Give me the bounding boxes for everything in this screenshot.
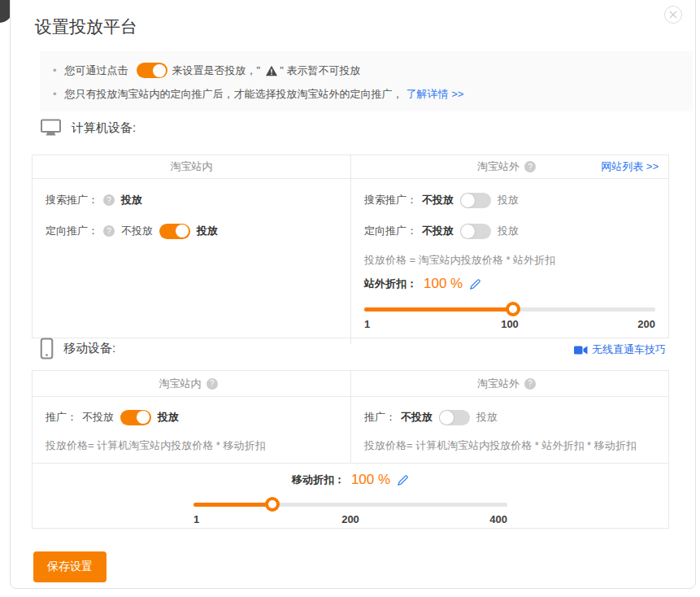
edit-pencil-icon[interactable] [469, 278, 481, 290]
toggle-knob [440, 411, 454, 425]
computer-inside-cell: 搜索推广： ? 投放 定向推广： ? 不投放 投放 [33, 179, 351, 344]
computer-outside-header-label: 淘宝站外 [477, 159, 520, 174]
mobile-section-label: 移动设备: [63, 341, 115, 356]
mobile-outside-promo-toggle[interactable] [439, 410, 470, 425]
on-label: 投放 [158, 410, 179, 425]
off-label: 不投放 [401, 410, 433, 425]
learn-more-link[interactable]: 了解详情 >> [407, 87, 464, 102]
help-icon[interactable]: ? [524, 161, 536, 172]
save-settings-button[interactable]: 保存设置 [33, 551, 107, 582]
computer-outside-search-toggle[interactable] [460, 193, 491, 208]
scale-mid: 100 [501, 318, 519, 330]
toggle-knob [461, 194, 475, 207]
mobile-discount-slider-wrap: 1 200 400 [193, 497, 507, 528]
off-label: 不投放 [422, 224, 454, 238]
help-icon[interactable]: ? [103, 225, 115, 237]
hint1-pre: 您可通过点击 [65, 63, 128, 78]
off-label: 不投放 [82, 410, 114, 425]
mobile-outside-header: 淘宝站外 ? [351, 371, 668, 397]
mobile-phone-icon [40, 338, 54, 360]
bullet-icon: • [53, 88, 57, 100]
off-label: 不投放 [121, 224, 153, 238]
scale-mid: 200 [341, 513, 359, 525]
mobile-inside-cell: 推广： 不投放 投放 投放价格= 计算机淘宝站内投放价格 * 移动折扣 [33, 397, 351, 463]
outside-discount-row: 站外折扣： 100 % [364, 274, 655, 294]
mobile-inside-header: 淘宝站内 ? [33, 371, 351, 397]
bullet-icon: • [53, 64, 57, 76]
scale-max: 200 [637, 318, 655, 330]
computer-inside-targeted-row: 定向推广： ? 不投放 投放 [46, 221, 337, 241]
help-icon[interactable]: ? [207, 378, 218, 390]
mobile-inside-promo-toggle[interactable] [120, 410, 151, 425]
hint-box: • 您可通过点击 来设置是否投放，" " 表示暂不可投放 • 您只有投放淘宝站内… [40, 51, 693, 111]
edit-pencil-icon[interactable] [397, 474, 409, 486]
outside-price-formula: 投放价格 = 淘宝站内投放价格 * 站外折扣 [364, 253, 655, 268]
mobile-discount-slider [193, 497, 507, 512]
outside-slider-scale: 1 100 200 [364, 318, 655, 333]
video-camera-icon [574, 345, 588, 355]
computer-table: 淘宝站内 淘宝站外 ? 网站列表 >> 搜索推广： ? 投放 定向推广： ? 不… [32, 155, 669, 338]
row-label: 定向推广： [46, 224, 98, 238]
discount-value: 100 % [424, 276, 463, 292]
mobile-discount-row: 移动折扣： 100 % [33, 470, 668, 490]
mobile-outside-formula: 投放价格= 计算机淘宝站内投放价格 * 站外折扣 * 移动折扣 [364, 438, 655, 453]
row-label: 搜索推广： [364, 193, 417, 207]
mobile-outside-header-label: 淘宝站外 [477, 377, 520, 391]
dialog-title: 设置投放平台 [35, 15, 137, 38]
help-icon[interactable]: ? [524, 378, 536, 390]
site-list-link[interactable]: 网站列表 >> [601, 159, 659, 174]
help-icon[interactable]: ? [103, 194, 115, 206]
wireless-tips-link[interactable]: 无线直通车技巧 [574, 342, 666, 357]
outside-discount-slider [364, 302, 655, 316]
toggle-knob [137, 411, 150, 424]
warning-triangle-icon [265, 65, 278, 76]
slider-handle[interactable] [506, 302, 520, 316]
discount-label: 移动折扣： [292, 473, 345, 487]
computer-inside-header-label: 淘宝站内 [171, 159, 213, 174]
computer-section-header: 计算机设备: [40, 118, 136, 137]
scale-min: 1 [364, 318, 370, 330]
on-label: 投放 [498, 224, 519, 238]
slider-fill [193, 503, 272, 507]
mobile-section-header: 移动设备: [40, 338, 115, 360]
row-value: 投放 [121, 193, 142, 207]
wireless-tips-label: 无线直通车技巧 [592, 342, 666, 357]
hint-line-1: • 您可通过点击 来设置是否投放，" " 表示暂不可投放 [53, 59, 693, 81]
hint1-mid: 来设置是否投放，" [172, 63, 261, 78]
row-label: 推广： [46, 410, 77, 425]
close-icon[interactable] [664, 6, 682, 24]
on-label: 投放 [197, 224, 218, 238]
computer-outside-header: 淘宝站外 ? 网站列表 >> [351, 155, 668, 179]
computer-outside-cell: 搜索推广： 不投放 投放 定向推广： 不投放 投放 投放价格 = 淘宝站内投放价… [351, 179, 668, 344]
computer-outside-targeted-row: 定向推广： 不投放 投放 [364, 221, 655, 241]
scale-max: 400 [489, 513, 507, 525]
computer-inside-header: 淘宝站内 [33, 155, 351, 179]
mobile-discount-section: 移动折扣： 100 % 1 200 400 [33, 463, 668, 528]
discount-label: 站外折扣： [364, 277, 417, 291]
mobile-table: 淘宝站内 ? 淘宝站外 ? 推广： 不投放 投放 投放价格= 计算机淘宝站内投放… [32, 370, 669, 529]
row-label: 推广： [364, 410, 396, 425]
demo-toggle [137, 63, 167, 78]
toggle-knob [461, 224, 475, 238]
discount-value: 100 % [351, 472, 390, 488]
toggle-knob [176, 224, 189, 237]
close-x-glyph [669, 11, 677, 19]
toggle-knob [153, 64, 166, 77]
mobile-slider-scale: 1 200 400 [193, 513, 507, 528]
hint2-text: 您只有投放淘宝站内的定向推广后，才能选择投放淘宝站外的定向推广， [65, 87, 403, 102]
off-label: 不投放 [422, 193, 454, 207]
mobile-outside-cell: 推广： 不投放 投放 投放价格= 计算机淘宝站内投放价格 * 站外折扣 * 移动… [351, 397, 668, 463]
computer-inside-targeted-toggle[interactable] [159, 224, 190, 239]
hint1-post: " 表示暂不可投放 [280, 63, 360, 78]
set-platform-dialog: 设置投放平台 • 您可通过点击 来设置是否投放，" " 表示暂不可投放 • 您只… [10, 0, 696, 589]
on-label: 投放 [498, 193, 519, 207]
row-label: 搜索推广： [46, 193, 98, 207]
mobile-inside-promo-row: 推广： 不投放 投放 [46, 407, 337, 427]
mobile-inside-header-label: 淘宝站内 [159, 377, 202, 391]
computer-outside-targeted-toggle[interactable] [460, 224, 491, 239]
mobile-inside-formula: 投放价格= 计算机淘宝站内投放价格 * 移动折扣 [46, 438, 337, 453]
slider-handle[interactable] [265, 497, 280, 512]
on-label: 投放 [476, 410, 498, 425]
row-label: 定向推广： [364, 224, 417, 238]
computer-section-label: 计算机设备: [72, 120, 136, 136]
